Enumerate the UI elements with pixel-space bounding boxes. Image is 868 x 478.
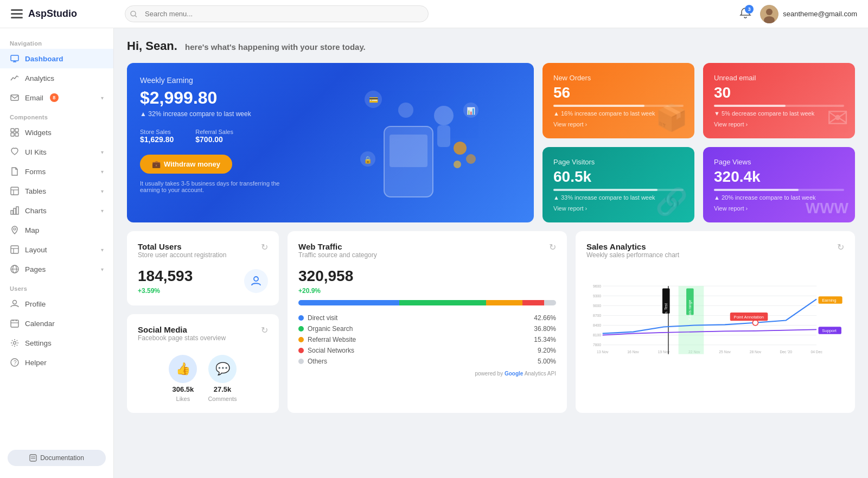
- web-traffic-change: +20.9%: [298, 287, 556, 295]
- sidebar-item-dashboard[interactable]: Dashboard: [0, 49, 113, 68]
- view-report-label: View report: [553, 205, 583, 212]
- svg-rect-2: [11, 17, 23, 18]
- wallet-icon: 💼: [152, 160, 161, 168]
- arrow-icon: ▾: [101, 149, 104, 155]
- legend-row: Social Networks9.20%: [298, 347, 556, 354]
- total-users-title: Total Users: [138, 242, 226, 251]
- total-users-body: 184,593 +3.59%: [138, 267, 268, 295]
- topbar: AspStudio 3 sea: [0, 0, 868, 28]
- sidebar-label-profile: Profile: [25, 300, 46, 308]
- sidebar: Navigation Dashboard Analytics Email 8 ▾…: [0, 28, 114, 478]
- sales-analytics-header: Sales Analytics Weekly sales performance…: [586, 242, 844, 265]
- web-traffic-header: Web Traffic Traffic source and category …: [298, 242, 556, 265]
- sidebar-section-users: Users: [0, 279, 113, 294]
- sidebar-item-calendar[interactable]: Calendar: [0, 314, 113, 333]
- page-visitors-bar-fill: [553, 189, 658, 191]
- weekly-note: It usually takes 3-5 business days for t…: [140, 180, 281, 193]
- sidebar-item-forms[interactable]: Forms ▾: [0, 162, 113, 181]
- documentation-button[interactable]: Documentation: [8, 450, 106, 466]
- store-sales-val: $1,629.80: [140, 135, 174, 144]
- svg-rect-1: [11, 13, 23, 15]
- support-tag-label: Support: [822, 328, 837, 333]
- web-traffic-refresh[interactable]: ↻: [549, 242, 556, 252]
- social-title-wrap: Social Media Facebook page stats overvie…: [138, 325, 226, 348]
- doc-btn-label: Documentation: [40, 454, 84, 462]
- total-users-refresh[interactable]: ↻: [261, 242, 268, 252]
- svg-text:9000: 9000: [593, 304, 601, 308]
- search-input[interactable]: [125, 5, 429, 22]
- legend-row: Others5.00%: [298, 358, 556, 365]
- sidebar-item-ui-kits[interactable]: UI Kits ▾: [0, 142, 113, 162]
- svg-rect-23: [11, 246, 18, 253]
- sidebar-item-settings[interactable]: Settings: [0, 333, 113, 353]
- svg-text:8700: 8700: [593, 314, 601, 317]
- sales-analytics-sub: Weekly sales performance chart: [586, 251, 679, 259]
- svg-point-46: [466, 154, 476, 164]
- sidebar-item-helper[interactable]: ? Helper: [0, 353, 113, 372]
- arrow-icon: ▾: [101, 208, 104, 214]
- social-media-header: Social Media Facebook page stats overvie…: [138, 325, 268, 348]
- web-traffic-sub: Traffic source and category: [298, 251, 377, 259]
- total-users-values: 184,593 +3.59%: [138, 267, 193, 295]
- main-content: Hi, Sean. here's what's happening with y…: [114, 28, 868, 478]
- svg-rect-19: [11, 211, 13, 214]
- notification-button[interactable]: 3: [739, 7, 751, 21]
- arrow-icon: ▾: [101, 247, 104, 253]
- new-orders-bar-fill: [553, 105, 644, 107]
- unread-email-title: Unread email: [714, 74, 844, 82]
- sales-analytics-title: Sales Analytics: [586, 242, 679, 251]
- new-orders-value: 56: [553, 84, 684, 101]
- email-icon-deco: ✉: [827, 103, 848, 133]
- legend-row: Organic Search36.80%: [298, 325, 556, 333]
- page-visitors-value: 60.5k: [553, 168, 684, 186]
- sidebar-item-map[interactable]: Map: [0, 220, 113, 240]
- traffic-legend: Direct visit42.66%Organic Search36.80%Re…: [298, 314, 556, 365]
- view-report-label: View report: [553, 121, 583, 128]
- unread-email-link[interactable]: View report ›: [714, 121, 844, 128]
- web-traffic-title: Web Traffic: [298, 242, 377, 251]
- sidebar-label-ui-kits: UI Kits: [25, 148, 47, 156]
- referral-val: $700.00: [195, 135, 233, 144]
- sidebar-item-charts[interactable]: Charts ▾: [0, 201, 113, 220]
- sidebar-item-profile[interactable]: Profile: [0, 294, 113, 314]
- heart-icon: [10, 147, 20, 157]
- unread-email-change: ▼ 5% decrease compare to last week: [714, 110, 844, 117]
- page-views-title: Page Views: [714, 158, 844, 166]
- svg-rect-15: [15, 133, 18, 136]
- svg-text:04 Dec: 04 Dec: [810, 350, 822, 354]
- arrow-icon: ▾: [101, 266, 104, 272]
- social-media-card: Social Media Facebook page stats overvie…: [127, 314, 279, 413]
- sidebar-label-layout: Layout: [25, 246, 47, 254]
- new-orders-title: New Orders: [553, 74, 684, 82]
- sidebar-item-layout[interactable]: Layout ▾: [0, 240, 113, 259]
- sidebar-item-email[interactable]: Email 8 ▾: [0, 88, 113, 107]
- sidebar-section-navigation: Navigation: [0, 34, 113, 49]
- chart-line-icon: [10, 73, 20, 83]
- sidebar-item-widgets[interactable]: Widgets: [0, 123, 113, 142]
- page-visitors-title: Page Visitors: [553, 158, 684, 166]
- svg-rect-0: [11, 9, 23, 11]
- left-col: Total Users Store user account registrat…: [127, 231, 279, 413]
- new-orders-card: New Orders 56 ▲ 16% increase compare to …: [542, 63, 694, 138]
- svg-rect-12: [11, 129, 14, 132]
- svg-point-22: [14, 228, 16, 230]
- notification-badge: 3: [745, 5, 754, 14]
- stat-cards-col-1: New Orders 56 ▲ 16% increase compare to …: [542, 63, 694, 222]
- menu-icon[interactable]: [11, 9, 23, 19]
- social-media-refresh[interactable]: ↻: [261, 325, 268, 335]
- sidebar-label-map: Map: [25, 226, 39, 234]
- sidebar-label-email: Email: [25, 94, 43, 102]
- arrow-icon: ▾: [101, 169, 104, 175]
- search-area: [125, 5, 429, 22]
- sidebar-item-analytics[interactable]: Analytics: [0, 68, 113, 88]
- sidebar-item-pages[interactable]: Pages ▾: [0, 259, 113, 279]
- withdraw-button[interactable]: 💼 Withdraw money: [140, 155, 232, 174]
- svg-text:7800: 7800: [593, 343, 601, 347]
- user-info[interactable]: seantheme@gmail.com: [760, 5, 857, 23]
- sidebar-item-tables[interactable]: Tables ▾: [0, 181, 113, 201]
- unread-email-bar-fill: [714, 105, 786, 107]
- withdraw-label: Withdraw money: [164, 160, 220, 168]
- sales-analytics-refresh[interactable]: ↻: [837, 242, 844, 252]
- stat-cards-col-2: Unread email 30 ▼ 5% decrease compare to…: [703, 63, 855, 222]
- svg-text:16 Nov: 16 Nov: [627, 350, 639, 354]
